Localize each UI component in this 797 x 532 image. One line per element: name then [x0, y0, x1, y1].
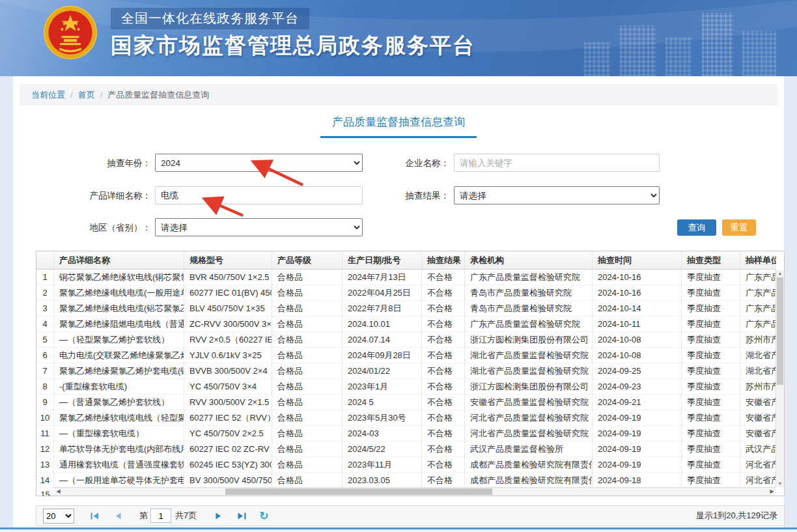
table-row[interactable]: 13通用橡套软电缆（普通强度橡套软线）60245 IEC 53(YZ) 300/…	[36, 457, 776, 473]
results-table: 产品详细名称规格型号产品等级生产日期/批号抽查结果承检机构抽查时间抽查类型抽样单…	[36, 251, 785, 496]
cell-result: 不合格	[422, 441, 465, 456]
column-header: 产品详细名称	[54, 251, 184, 269]
table-row[interactable]: 8-(重型橡套软电缆)YC 450/750V 3×4合格品2023年1月不合格浙…	[36, 379, 776, 395]
horizontal-scrollbar-thumb[interactable]	[225, 488, 492, 495]
cell-date: 2024.10.01	[343, 316, 422, 331]
cell-grade: 合格品	[272, 426, 343, 441]
cell-time: 2024-09-25	[593, 363, 682, 378]
cell-result: 不合格	[422, 363, 465, 378]
cell-unit: 广东产品	[740, 301, 776, 316]
right-margin	[784, 76, 797, 527]
table-row[interactable]: 14—（一般用途单芯硬导体无护套电缆）BV 300/500V 450/750V合…	[36, 473, 776, 488]
cell-grade: 合格品	[272, 285, 343, 300]
records-summary: 显示1到20,共129记录	[696, 510, 777, 522]
cell-type: 季度抽查	[682, 379, 740, 394]
cell-spec: BLV 450/750V 1×35	[184, 301, 272, 316]
cell-grade: 合格品	[272, 473, 343, 488]
cell-time: 2024-09-19	[593, 410, 682, 425]
prev-page-icon	[115, 512, 121, 520]
table-row[interactable]: 4聚氯乙烯绝缘阻燃电缆电线（普通聚氯ZC-RVV 300/500V 3×2.5合…	[36, 316, 776, 332]
cell-date: 2024/5/22	[343, 441, 422, 456]
table-row[interactable]: 6电力电缆(交联聚乙烯绝缘聚氯乙烯护套YJLV 0.6/1kV 3×25合格品2…	[36, 348, 776, 363]
cell-name: 通用橡套软电缆（普通强度橡套软线）	[54, 457, 184, 472]
table-row[interactable]: 2聚氯乙烯绝缘电线电缆(一般用途单芯硬60277 IEC 01(BV) 450/…	[36, 285, 776, 301]
cell-name: 单芯软导体无护套电缆(内部布线用导线	[54, 441, 184, 456]
vertical-scrollbar[interactable]: ▲ ▼	[776, 270, 784, 488]
next-page-icon	[216, 512, 221, 520]
cell-type: 季度抽查	[682, 457, 740, 472]
cell-time: 2024-10-16	[593, 270, 682, 285]
prev-page-button[interactable]	[109, 509, 126, 523]
cell-date: 2022年7月8日	[343, 301, 422, 316]
scroll-right-icon[interactable]: ▶	[768, 488, 776, 496]
scroll-left-icon[interactable]: ◀	[54, 488, 63, 496]
year-select[interactable]: 2024	[155, 154, 363, 172]
cell-time: 2024-10-14	[593, 301, 682, 316]
cell-type: 季度抽查	[682, 316, 740, 331]
search-button[interactable]: 查询	[677, 219, 716, 236]
table-row[interactable]: 9—（普通聚氯乙烯护套软线）RVV 300/500V 2×1.5（6合格品202…	[36, 395, 776, 410]
cell-result: 不合格	[422, 457, 465, 472]
next-page-button[interactable]	[210, 509, 227, 523]
region-select[interactable]: 请选择	[155, 218, 363, 236]
cell-grade: 合格品	[272, 316, 343, 331]
cell-num: 4	[36, 316, 54, 331]
reset-button[interactable]: 重置	[722, 219, 756, 236]
cell-type: 季度抽查	[682, 426, 740, 441]
cell-time: 2024-10-08	[593, 332, 682, 347]
cell-result: 不合格	[422, 316, 465, 331]
cell-spec: RVV 300/500V 2×1.5（6	[184, 395, 272, 410]
cell-time: 2024-09-18	[593, 473, 682, 488]
cell-unit: 河北省产	[740, 457, 776, 472]
table-header-row: 产品详细名称规格型号产品等级生产日期/批号抽查结果承检机构抽查时间抽查类型抽样单…	[36, 251, 776, 270]
scroll-up-icon[interactable]: ▲	[776, 270, 784, 277]
refresh-icon[interactable]: ↻	[259, 509, 268, 523]
cell-agency: 安徽省产品质量监督检验研究院	[465, 395, 593, 410]
table-row[interactable]: 7聚氯乙烯绝缘聚氯乙烯护套电缆(铜芯聚BVVB 300/500V 2×4合格品2…	[36, 363, 776, 379]
cell-type: 季度抽查	[682, 285, 740, 300]
cell-time: 2024-09-23	[593, 379, 682, 394]
cell-name: —（轻型聚氯乙烯护套软线）	[54, 332, 184, 347]
page-number-input[interactable]	[150, 509, 171, 523]
table-body: 1铜芯聚氯乙烯绝缘软电线(铜芯聚氯乙烯BVR 450/750V 1×2.5合格品…	[36, 270, 776, 488]
horizontal-scrollbar[interactable]: ◀ ▶	[54, 487, 776, 496]
tab-product-quality-query[interactable]: 产品质量监督抽查信息查询	[320, 115, 477, 138]
cell-type: 季度抽查	[682, 270, 740, 285]
cell-time: 2024-10-08	[593, 348, 682, 363]
cell-date: 2024-03	[343, 426, 422, 441]
product-name-input[interactable]	[155, 186, 363, 204]
cell-num: 8	[36, 379, 54, 394]
cell-unit: 苏州市产	[740, 332, 776, 347]
table-row[interactable]: 3聚氯乙烯绝缘电线电缆(铝芯聚氯乙烯绝BLV 450/750V 1×35合格品2…	[36, 301, 776, 316]
table-row[interactable]: 10聚氯乙烯绝缘软电缆电线（轻型聚氯乙60277 IEC 52（RVV） 3合格…	[36, 410, 776, 426]
cell-agency: 浙江方圆检测集团股份有限公司	[465, 379, 593, 394]
result-select[interactable]: 请选择	[454, 186, 660, 204]
vertical-scrollbar-thumb[interactable]	[777, 277, 783, 385]
cell-unit: 武汉产品	[740, 441, 776, 456]
cell-date: 2022年04月25日	[343, 285, 422, 300]
cell-unit: 广东产品	[740, 285, 776, 300]
breadcrumb-separator: /	[70, 90, 73, 100]
company-input[interactable]	[454, 154, 660, 172]
page-size-select[interactable]: 20	[43, 509, 74, 524]
table-row[interactable]: 5—（轻型聚氯乙烯护套软线）RVV 2×0.5（60227 IEC合格品2024…	[36, 332, 776, 348]
table-row[interactable]: 12单芯软导体无护套电缆(内部布线用导线60227 IEC 02 ZC-RV 3…	[36, 441, 776, 457]
breadcrumb-home-link[interactable]: 首页	[78, 90, 95, 100]
cell-date: 2024年7月13日	[343, 270, 422, 285]
building-graphic	[742, 31, 776, 76]
cell-spec: BVR 450/750V 1×2.5	[184, 270, 272, 285]
national-emblem-logo	[43, 5, 98, 60]
cell-spec: BVVB 300/500V 2×4	[184, 363, 272, 378]
last-page-button[interactable]	[233, 509, 250, 523]
scroll-down-icon[interactable]: ▼	[776, 480, 784, 488]
cell-result: 不合格	[422, 332, 465, 347]
first-page-button[interactable]	[86, 509, 103, 523]
table-row[interactable]: 1铜芯聚氯乙烯绝缘软电线(铜芯聚氯乙烯BVR 450/750V 1×2.5合格品…	[36, 270, 776, 285]
cell-agency: 广东产品质量监督检验研究院	[465, 270, 593, 285]
cell-name: 聚氯乙烯绝缘聚氯乙烯护套电缆(铜芯聚	[54, 363, 184, 378]
cell-agency: 河北省产品质量监督检验研究院	[465, 410, 593, 425]
cell-date: 2023年1月	[343, 379, 422, 394]
table-row[interactable]: 11—（重型橡套软电缆）YC 450/750V 2×2.5合格品2024-03不…	[36, 426, 776, 441]
cell-agency: 青岛市产品质量检验研究院	[465, 285, 593, 300]
column-header: 抽查结果	[422, 251, 465, 269]
